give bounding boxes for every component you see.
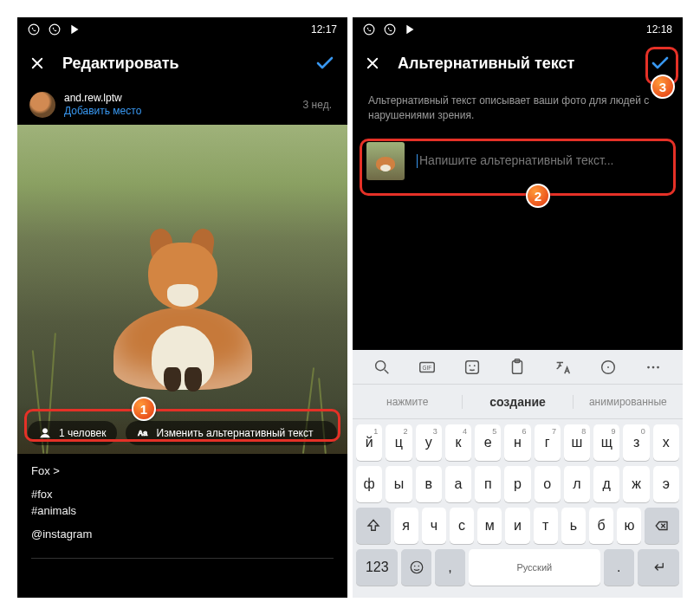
search-icon[interactable] — [373, 358, 392, 377]
svg-point-18 — [657, 366, 659, 368]
key[interactable] — [638, 549, 679, 586]
emoji-icon — [409, 560, 425, 575]
username[interactable]: and.rew.lptw — [64, 92, 141, 105]
viber-icon-2 — [49, 23, 61, 36]
svg-point-17 — [652, 366, 655, 368]
svg-text:GIF: GIF — [423, 364, 432, 370]
confirm-check-icon[interactable] — [314, 53, 335, 74]
alt-text-description: Альтернативный текст описывает ваши фото… — [353, 85, 683, 139]
kb-toolbar: GIF — [353, 350, 683, 385]
key[interactable]: й1 — [356, 424, 382, 461]
alt-text-input-row[interactable]: Напишите альтернативный текст... — [353, 139, 683, 197]
svg-point-15 — [607, 366, 609, 368]
play-store-icon — [69, 23, 81, 36]
alt-text-placeholder: Напишите альтернативный текст... — [419, 153, 614, 167]
key[interactable]: ф — [356, 466, 382, 502]
svg-text:Aa: Aa — [138, 429, 147, 437]
key[interactable]: к4 — [445, 424, 471, 461]
caption-line: Fox > — [31, 464, 334, 477]
close-icon[interactable] — [29, 55, 45, 71]
text-caret — [417, 154, 418, 168]
svg-point-11 — [474, 365, 476, 366]
suggestion[interactable]: анимированные — [574, 396, 683, 408]
key[interactable]: . — [604, 549, 634, 586]
more-icon[interactable] — [644, 358, 663, 377]
svg-point-19 — [411, 561, 423, 573]
tagged-people-button[interactable]: 1 человек — [28, 421, 117, 445]
svg-point-10 — [470, 365, 471, 366]
svg-point-20 — [414, 566, 416, 567]
key[interactable]: щ9 — [593, 424, 619, 461]
key[interactable]: е5 — [475, 424, 501, 461]
suggestion[interactable]: нажмите — [353, 396, 462, 408]
post-photo[interactable]: 1 человек Aa Изменить альтернативный тек… — [17, 125, 347, 454]
key[interactable]: п — [475, 466, 501, 502]
key[interactable] — [356, 508, 391, 544]
key[interactable]: в — [416, 466, 442, 502]
hashtag[interactable]: #fox — [31, 488, 334, 501]
alt-text-input[interactable]: Напишите альтернативный текст... — [417, 153, 669, 168]
key[interactable]: у3 — [416, 424, 442, 461]
kb-suggestions: нажмите создание анимированные — [353, 385, 683, 419]
key[interactable]: ю — [617, 508, 641, 544]
post-age: 3 нед. — [303, 99, 335, 111]
key[interactable]: з0 — [623, 424, 649, 461]
key[interactable]: и — [505, 508, 529, 544]
key[interactable] — [645, 508, 679, 544]
translate-icon[interactable] — [554, 358, 573, 377]
phone-right: 12:18 Альтернативный текст Альтернативны… — [353, 17, 683, 598]
aa-icon: Aa — [136, 426, 150, 440]
key[interactable]: ч — [422, 508, 446, 544]
key[interactable]: х — [653, 424, 679, 461]
confirm-check-icon[interactable] — [650, 53, 671, 74]
key[interactable]: ы — [386, 466, 412, 502]
edit-alt-text-button[interactable]: Aa Изменить альтернативный текст — [126, 421, 337, 445]
photo-thumbnail — [366, 142, 405, 180]
mention[interactable]: @instagram — [31, 528, 334, 541]
key[interactable]: м — [477, 508, 502, 544]
backspace-icon — [654, 518, 670, 534]
key[interactable]: о — [535, 466, 561, 502]
key[interactable]: т — [534, 508, 558, 544]
key[interactable]: ь — [561, 508, 586, 544]
key[interactable]: л — [564, 466, 590, 502]
clipboard-icon[interactable] — [508, 358, 527, 377]
key[interactable]: я — [394, 508, 418, 544]
key[interactable]: ж — [623, 466, 649, 502]
key[interactable]: с — [450, 508, 474, 544]
key[interactable]: б — [589, 508, 613, 544]
key[interactable] — [401, 549, 431, 586]
sticker-icon[interactable] — [463, 358, 482, 377]
soft-keyboard: GIF нажмите создание анимированные й1ц2у… — [353, 350, 683, 598]
person-icon — [38, 426, 52, 440]
key[interactable]: э — [653, 466, 679, 502]
avatar[interactable] — [29, 92, 55, 118]
add-location-link[interactable]: Добавить место — [64, 105, 141, 118]
shift-icon — [366, 518, 381, 534]
key[interactable]: н6 — [504, 424, 530, 461]
hashtag[interactable]: #animals — [31, 504, 334, 517]
divider — [31, 558, 334, 559]
key[interactable]: Русский — [469, 549, 600, 586]
svg-point-21 — [418, 566, 419, 567]
key[interactable]: р — [504, 466, 530, 502]
statusbar: 12:18 — [353, 17, 683, 42]
suggestion[interactable]: создание — [462, 395, 573, 409]
key[interactable]: а — [445, 466, 471, 502]
viber-icon-2 — [384, 23, 396, 36]
key[interactable]: ц2 — [386, 424, 412, 461]
settings-icon[interactable] — [599, 358, 618, 377]
tagged-people-label: 1 человек — [59, 427, 107, 439]
edit-alt-text-label: Изменить альтернативный текст — [157, 427, 314, 439]
svg-point-5 — [385, 24, 395, 35]
key[interactable]: , — [435, 549, 465, 586]
svg-point-6 — [376, 360, 386, 370]
key[interactable]: д — [593, 466, 619, 502]
caption-block[interactable]: Fox > #fox #animals @instagram — [17, 454, 347, 551]
close-icon[interactable] — [365, 55, 380, 71]
gif-icon[interactable]: GIF — [418, 358, 437, 377]
key[interactable]: ш8 — [564, 424, 590, 461]
key[interactable]: г7 — [535, 424, 561, 461]
key[interactable]: 123 — [356, 549, 398, 586]
svg-point-0 — [29, 24, 39, 35]
